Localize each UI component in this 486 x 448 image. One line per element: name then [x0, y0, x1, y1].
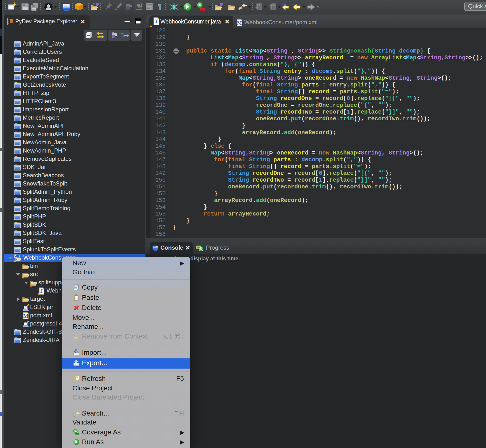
svg-text:*: * [282, 2, 285, 9]
svg-text:J: J [18, 254, 20, 258]
svg-text:J: J [155, 18, 157, 24]
svg-text:¶: ¶ [157, 2, 162, 11]
svg-text:J: J [40, 288, 43, 294]
svg-text:M: M [237, 20, 242, 26]
svg-text:M: M [14, 255, 17, 258]
svg-text:M: M [24, 313, 28, 319]
